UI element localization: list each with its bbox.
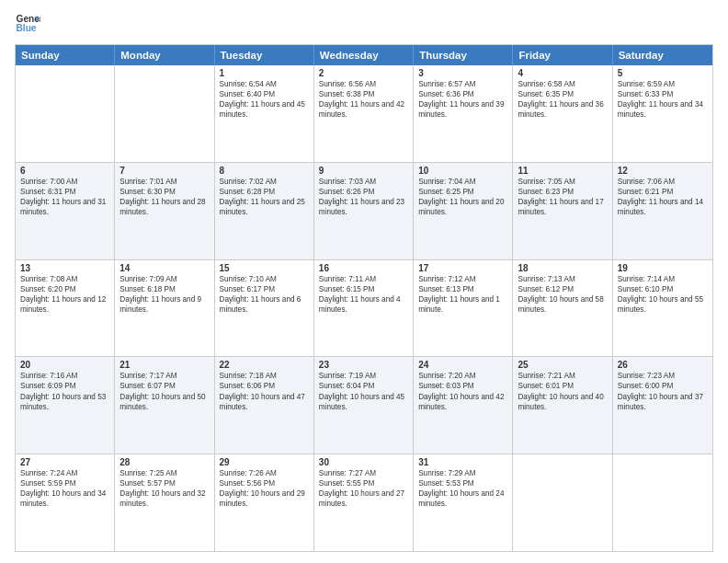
day-number: 13 [20, 263, 109, 273]
calendar-empty-cell [16, 65, 115, 162]
day-number: 25 [518, 360, 607, 370]
calendar-empty-cell [613, 454, 712, 551]
calendar-body: 1Sunrise: 6:54 AM Sunset: 6:40 PM Daylig… [16, 65, 712, 551]
day-info: Sunrise: 7:20 AM Sunset: 6:03 PM Dayligh… [418, 371, 507, 411]
calendar-day-cell: 18Sunrise: 7:13 AM Sunset: 6:12 PM Dayli… [513, 260, 612, 357]
day-number: 18 [518, 263, 607, 273]
logo-icon: General Blue [15, 11, 40, 37]
calendar-day-cell: 11Sunrise: 7:05 AM Sunset: 6:23 PM Dayli… [513, 163, 612, 259]
calendar-row: 20Sunrise: 7:16 AM Sunset: 6:09 PM Dayli… [16, 356, 712, 454]
day-info: Sunrise: 7:16 AM Sunset: 6:09 PM Dayligh… [20, 371, 109, 411]
day-info: Sunrise: 7:00 AM Sunset: 6:31 PM Dayligh… [20, 177, 109, 217]
day-number: 11 [518, 166, 607, 176]
day-number: 9 [319, 166, 408, 176]
calendar-day-cell: 14Sunrise: 7:09 AM Sunset: 6:18 PM Dayli… [115, 260, 214, 357]
calendar-row: 1Sunrise: 6:54 AM Sunset: 6:40 PM Daylig… [16, 65, 712, 162]
calendar-day-cell: 30Sunrise: 7:27 AM Sunset: 5:55 PM Dayli… [314, 454, 414, 551]
day-info: Sunrise: 7:19 AM Sunset: 6:04 PM Dayligh… [319, 371, 408, 411]
day-number: 16 [319, 263, 408, 273]
calendar-empty-cell [513, 454, 612, 551]
day-info: Sunrise: 7:29 AM Sunset: 5:53 PM Dayligh… [418, 468, 507, 509]
day-number: 2 [319, 68, 408, 78]
calendar-day-cell: 25Sunrise: 7:21 AM Sunset: 6:01 PM Dayli… [513, 357, 612, 454]
weekday-header: Tuesday [215, 45, 314, 65]
calendar-day-cell: 4Sunrise: 6:58 AM Sunset: 6:35 PM Daylig… [513, 65, 612, 162]
calendar-day-cell: 17Sunrise: 7:12 AM Sunset: 6:13 PM Dayli… [414, 260, 513, 357]
day-info: Sunrise: 7:27 AM Sunset: 5:55 PM Dayligh… [319, 468, 408, 509]
day-info: Sunrise: 7:14 AM Sunset: 6:10 PM Dayligh… [618, 274, 708, 315]
calendar-day-cell: 3Sunrise: 6:57 AM Sunset: 6:36 PM Daylig… [414, 65, 513, 162]
day-number: 22 [220, 360, 309, 370]
calendar-day-cell: 20Sunrise: 7:16 AM Sunset: 6:09 PM Dayli… [16, 357, 115, 454]
day-number: 5 [618, 68, 708, 78]
day-number: 15 [220, 263, 309, 273]
logo: General Blue [15, 11, 40, 37]
day-info: Sunrise: 7:24 AM Sunset: 5:59 PM Dayligh… [20, 468, 109, 509]
day-number: 19 [618, 263, 708, 273]
day-info: Sunrise: 7:23 AM Sunset: 6:00 PM Dayligh… [618, 371, 708, 411]
calendar-day-cell: 31Sunrise: 7:29 AM Sunset: 5:53 PM Dayli… [414, 454, 513, 551]
calendar-day-cell: 23Sunrise: 7:19 AM Sunset: 6:04 PM Dayli… [314, 357, 414, 454]
day-info: Sunrise: 6:58 AM Sunset: 6:35 PM Dayligh… [518, 79, 607, 120]
day-number: 28 [119, 457, 209, 467]
day-number: 30 [319, 457, 408, 467]
calendar-day-cell: 27Sunrise: 7:24 AM Sunset: 5:59 PM Dayli… [16, 454, 115, 551]
day-info: Sunrise: 7:08 AM Sunset: 6:20 PM Dayligh… [20, 274, 109, 315]
day-number: 4 [518, 68, 607, 78]
day-info: Sunrise: 6:57 AM Sunset: 6:36 PM Dayligh… [418, 79, 507, 120]
day-number: 23 [319, 360, 408, 370]
page-header: General Blue [15, 11, 713, 37]
day-info: Sunrise: 7:26 AM Sunset: 5:56 PM Dayligh… [220, 468, 309, 509]
calendar-day-cell: 9Sunrise: 7:03 AM Sunset: 6:26 PM Daylig… [314, 163, 414, 259]
calendar-day-cell: 12Sunrise: 7:06 AM Sunset: 6:21 PM Dayli… [613, 163, 712, 259]
day-info: Sunrise: 7:10 AM Sunset: 6:17 PM Dayligh… [220, 274, 309, 315]
weekday-header: Wednesday [314, 45, 414, 65]
day-number: 26 [618, 360, 708, 370]
day-info: Sunrise: 7:02 AM Sunset: 6:28 PM Dayligh… [220, 177, 309, 217]
calendar-day-cell: 28Sunrise: 7:25 AM Sunset: 5:57 PM Dayli… [115, 454, 214, 551]
day-info: Sunrise: 7:21 AM Sunset: 6:01 PM Dayligh… [518, 371, 607, 411]
weekday-header: Friday [513, 45, 612, 65]
weekday-header: Sunday [16, 45, 115, 65]
calendar-day-cell: 26Sunrise: 7:23 AM Sunset: 6:00 PM Dayli… [613, 357, 712, 454]
day-info: Sunrise: 6:56 AM Sunset: 6:38 PM Dayligh… [319, 79, 408, 120]
day-info: Sunrise: 7:25 AM Sunset: 5:57 PM Dayligh… [119, 468, 209, 509]
day-number: 17 [418, 263, 507, 273]
day-info: Sunrise: 7:12 AM Sunset: 6:13 PM Dayligh… [418, 274, 507, 315]
calendar-row: 13Sunrise: 7:08 AM Sunset: 6:20 PM Dayli… [16, 259, 712, 357]
day-number: 10 [418, 166, 507, 176]
calendar-day-cell: 8Sunrise: 7:02 AM Sunset: 6:28 PM Daylig… [215, 163, 314, 259]
calendar-day-cell: 15Sunrise: 7:10 AM Sunset: 6:17 PM Dayli… [215, 260, 314, 357]
calendar-day-cell: 16Sunrise: 7:11 AM Sunset: 6:15 PM Dayli… [314, 260, 414, 357]
weekday-header: Saturday [613, 45, 712, 65]
day-number: 21 [119, 360, 209, 370]
weekday-header: Thursday [414, 45, 513, 65]
calendar-empty-cell [115, 65, 214, 162]
calendar-header: SundayMondayTuesdayWednesdayThursdayFrid… [16, 45, 712, 65]
calendar-day-cell: 24Sunrise: 7:20 AM Sunset: 6:03 PM Dayli… [414, 357, 513, 454]
day-number: 1 [220, 68, 309, 78]
day-number: 8 [220, 166, 309, 176]
calendar-day-cell: 19Sunrise: 7:14 AM Sunset: 6:10 PM Dayli… [613, 260, 712, 357]
calendar-day-cell: 2Sunrise: 6:56 AM Sunset: 6:38 PM Daylig… [314, 65, 414, 162]
day-number: 31 [418, 457, 507, 467]
day-number: 20 [20, 360, 109, 370]
weekday-header: Monday [115, 45, 214, 65]
day-info: Sunrise: 7:17 AM Sunset: 6:07 PM Dayligh… [119, 371, 209, 411]
day-info: Sunrise: 6:59 AM Sunset: 6:33 PM Dayligh… [618, 79, 708, 120]
day-info: Sunrise: 7:13 AM Sunset: 6:12 PM Dayligh… [518, 274, 607, 315]
day-number: 7 [119, 166, 209, 176]
day-number: 29 [220, 457, 309, 467]
day-info: Sunrise: 7:06 AM Sunset: 6:21 PM Dayligh… [618, 177, 708, 217]
calendar-row: 6Sunrise: 7:00 AM Sunset: 6:31 PM Daylig… [16, 162, 712, 259]
day-info: Sunrise: 7:03 AM Sunset: 6:26 PM Dayligh… [319, 177, 408, 217]
calendar-day-cell: 13Sunrise: 7:08 AM Sunset: 6:20 PM Dayli… [16, 260, 115, 357]
calendar-day-cell: 1Sunrise: 6:54 AM Sunset: 6:40 PM Daylig… [215, 65, 314, 162]
calendar-day-cell: 22Sunrise: 7:18 AM Sunset: 6:06 PM Dayli… [215, 357, 314, 454]
calendar-row: 27Sunrise: 7:24 AM Sunset: 5:59 PM Dayli… [16, 454, 712, 551]
day-number: 24 [418, 360, 507, 370]
day-info: Sunrise: 6:54 AM Sunset: 6:40 PM Dayligh… [220, 79, 309, 120]
day-number: 27 [20, 457, 109, 467]
day-info: Sunrise: 7:05 AM Sunset: 6:23 PM Dayligh… [518, 177, 607, 217]
calendar-day-cell: 29Sunrise: 7:26 AM Sunset: 5:56 PM Dayli… [215, 454, 314, 551]
